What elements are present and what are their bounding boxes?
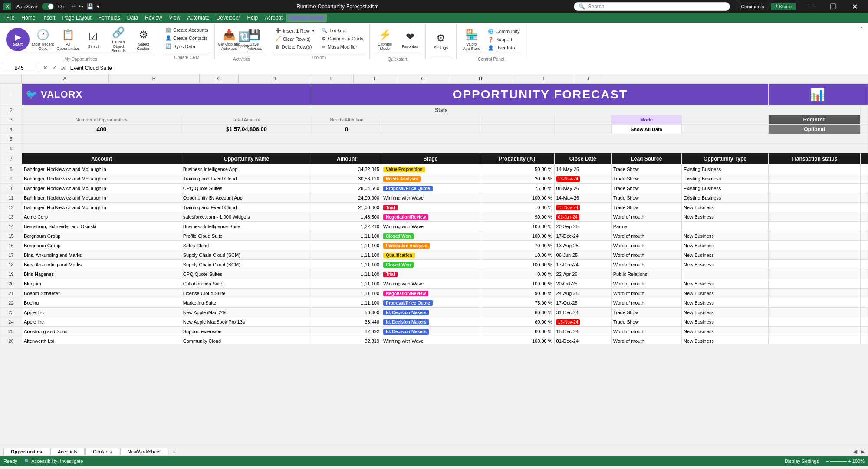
cell-lead-source[interactable]: Trade Show: [611, 164, 681, 174]
settings-button[interactable]: ⚙ Settings: [429, 28, 453, 55]
community-button[interactable]: 🌐 Community: [485, 28, 523, 35]
cell-lead-source[interactable]: Trade Show: [611, 203, 681, 212]
cell-close-date[interactable]: 17-Dec-24: [554, 231, 611, 241]
cell-trans-status[interactable]: [768, 317, 860, 327]
cell-amount[interactable]: 1,11,100: [312, 250, 381, 260]
cell-opp-type[interactable]: New Business: [682, 231, 769, 241]
cell-probability[interactable]: 60.00 %: [480, 327, 554, 336]
cell-stage[interactable]: Id. Decision Makers: [381, 308, 480, 317]
cell-close-date[interactable]: 01-Dec-24: [554, 336, 611, 344]
cell-close-date[interactable]: 17-Dec-24: [554, 260, 611, 269]
cell-opp-name[interactable]: Collaboration Suite: [181, 279, 312, 289]
cell-opp-type[interactable]: Existing Business: [682, 174, 769, 184]
cell-account[interactable]: Bahringer, Hodkiewicz and McLaughlin: [22, 193, 181, 203]
cell-close-date[interactable]: 13-Aug-25: [554, 241, 611, 250]
menu-automate[interactable]: Automate: [184, 14, 213, 22]
cell-stage[interactable]: Winning with Wave: [381, 279, 480, 289]
cell-close-date[interactable]: 08-May-26: [554, 184, 611, 193]
cell-trans-status[interactable]: [768, 231, 860, 241]
cell-account[interactable]: Bins, Ankunding and Marks: [22, 250, 181, 260]
cell-amount[interactable]: 1,22,210: [312, 222, 381, 231]
autosave-toggle[interactable]: [42, 3, 54, 10]
cell-opp-type[interactable]: New Business: [682, 308, 769, 317]
cell-amount[interactable]: 1,11,100: [312, 289, 381, 298]
undo-icon[interactable]: ↩: [69, 3, 77, 10]
menu-page-layout[interactable]: Page Layout: [59, 14, 95, 22]
cell-stage[interactable]: Value Proposition: [381, 164, 480, 174]
cell-probability[interactable]: 100.00 %: [480, 336, 554, 344]
cell-amount[interactable]: 1,11,100: [312, 269, 381, 279]
cell-opp-type[interactable]: Existing Business: [682, 184, 769, 193]
cell-probability[interactable]: 100.00 %: [480, 279, 554, 289]
cell-account[interactable]: Apple Inc: [22, 308, 181, 317]
menu-help[interactable]: Help: [243, 14, 261, 22]
cell-opp-name[interactable]: Supply Chain Cloud (SCM): [181, 250, 312, 260]
cell-probability[interactable]: 100.00 %: [480, 231, 554, 241]
cell-amount[interactable]: 32,319: [312, 336, 381, 344]
cell-trans-status[interactable]: [768, 164, 860, 174]
cell-account[interactable]: Bins, Ankunding and Marks: [22, 260, 181, 269]
menu-developer[interactable]: Developer: [213, 14, 244, 22]
formula-input[interactable]: [69, 65, 866, 71]
cell-opp-type[interactable]: New Business: [682, 336, 769, 344]
cell-probability[interactable]: 100.00 %: [480, 193, 554, 203]
cell-lead-source[interactable]: Trade Show: [611, 174, 681, 184]
menu-acrobat[interactable]: Acrobat: [261, 14, 286, 22]
cell-opp-type[interactable]: New Business: [682, 317, 769, 327]
cell-probability[interactable]: 90.00 %: [480, 289, 554, 298]
cell-amount[interactable]: 33,448: [312, 317, 381, 327]
insert-row-button[interactable]: ➕ Insert 1 Row ▾: [273, 27, 318, 34]
cell-probability[interactable]: 50.00 %: [480, 164, 554, 174]
cell-trans-status[interactable]: [768, 327, 860, 336]
cell-stage[interactable]: Trial: [381, 203, 480, 212]
most-recent-opps-button[interactable]: 🕐 Most RecentOpps: [31, 26, 55, 53]
cell-close-date[interactable]: 14-May-26: [554, 193, 611, 203]
cell-stage[interactable]: Winning with Wave: [381, 193, 480, 203]
cell-stage[interactable]: Id. Decision Makers: [381, 327, 480, 336]
cell-opp-type[interactable]: [682, 269, 769, 279]
cell-stage[interactable]: Proposal/Price Quote: [381, 184, 480, 193]
cell-amount[interactable]: 30,56,120: [312, 174, 381, 184]
cell-amount[interactable]: 34,32,045: [312, 164, 381, 174]
create-accounts-button[interactable]: 🏢 Create Accounts: [163, 26, 211, 33]
cell-account[interactable]: Bergnaum Group: [22, 241, 181, 250]
cell-probability[interactable]: 0.00 %: [480, 203, 554, 212]
cell-trans-status[interactable]: [768, 184, 860, 193]
cell-trans-status[interactable]: [768, 212, 860, 222]
cell-probability[interactable]: 10.00 %: [480, 250, 554, 260]
cell-trans-status[interactable]: [768, 336, 860, 344]
insert-function-icon[interactable]: fx: [60, 65, 67, 71]
col-header-c[interactable]: C: [200, 74, 239, 83]
cell-opp-type[interactable]: New Business: [682, 289, 769, 298]
tab-scroll-right[interactable]: ▶: [861, 449, 865, 455]
cell-trans-status[interactable]: [768, 308, 860, 317]
cell-opp-type[interactable]: New Business: [682, 327, 769, 336]
sheet-tab-contacts[interactable]: Contacts: [85, 448, 119, 455]
cell-opp-type[interactable]: New Business: [682, 260, 769, 269]
add-sheet-button[interactable]: +: [169, 447, 179, 456]
cell-close-date[interactable]: 17-Oct-25: [554, 298, 611, 308]
comments-btn[interactable]: Comments: [737, 3, 768, 10]
cell-stage[interactable]: Perception Analysis: [381, 241, 480, 250]
cell-opp-name[interactable]: Business Intelligence App: [181, 164, 312, 174]
cell-stage[interactable]: Winning with Wave: [381, 222, 480, 231]
menu-insert[interactable]: Insert: [39, 14, 59, 22]
cell-stage[interactable]: Id. Decision Makers: [381, 317, 480, 327]
cell-probability[interactable]: 75.00 %: [480, 184, 554, 193]
col-header-e[interactable]: E: [310, 74, 354, 83]
cell-lead-source[interactable]: Trade Show: [611, 184, 681, 193]
cell-opp-type[interactable]: Existing Business: [682, 193, 769, 203]
cell-lead-source[interactable]: Word of mouth: [611, 336, 681, 344]
create-contacts-button[interactable]: 👤 Create Contacts: [163, 34, 210, 42]
cell-opp-name[interactable]: CPQ Quote Suites: [181, 269, 312, 279]
maximize-btn[interactable]: ❐: [823, 0, 843, 13]
cell-lead-source[interactable]: Partner: [611, 222, 681, 231]
cell-lead-source[interactable]: Word of mouth: [611, 327, 681, 336]
cell-close-date[interactable]: 20-Oct-25: [554, 279, 611, 289]
cell-stage[interactable]: Trial: [381, 269, 480, 279]
col-header-a[interactable]: A: [22, 74, 108, 83]
cell-amount[interactable]: 1,11,100: [312, 279, 381, 289]
col-header-b[interactable]: B: [108, 74, 200, 83]
cell-stage[interactable]: Needs Analysis: [381, 174, 480, 184]
mass-modifier-button[interactable]: ✏ Mass Modifier: [319, 43, 365, 51]
